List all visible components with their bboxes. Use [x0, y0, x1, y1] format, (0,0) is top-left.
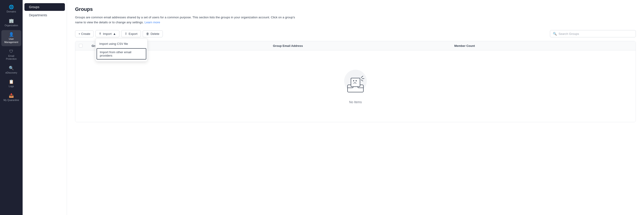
sidebar-item-logs[interactable]: 📋 Logs — [1, 77, 21, 90]
domains-icon: 🌐 — [9, 5, 14, 9]
sidebar-item-label: Organization — [4, 24, 18, 27]
main-content: Groups Groups are common email addresses… — [67, 0, 644, 215]
export-icon: ⇪ — [124, 32, 127, 36]
import-other-providers-item[interactable]: Import from other email providers — [96, 48, 146, 60]
sidebar-item-label: User Management — [3, 38, 20, 44]
sidebar-item-label: Email Protection — [3, 55, 20, 61]
import-dropdown-menu: Import using CSV file Import from other … — [96, 38, 148, 62]
page-title: Groups — [75, 6, 636, 12]
empty-state-text: No Items — [349, 100, 362, 104]
import-icon: ⇮ — [99, 32, 102, 36]
email-protection-icon: 🛡 — [9, 49, 13, 53]
table-header: Group N... Group Email Address Member Co… — [75, 41, 636, 51]
create-button[interactable]: + Create — [75, 30, 94, 37]
page-description: Groups are common email addresses shared… — [75, 15, 301, 25]
column-member-count: Member Count — [454, 44, 632, 48]
select-all-checkbox[interactable] — [79, 44, 82, 48]
learn-more-link[interactable]: Learn more — [144, 21, 160, 24]
organization-icon: 🏢 — [9, 19, 14, 23]
search-bar[interactable]: 🔍 — [550, 30, 636, 37]
sidebar-item-email-protection[interactable]: 🛡 Email Protection — [1, 47, 21, 63]
empty-state: No Items — [75, 51, 636, 122]
trash-icon: 🗑 — [146, 32, 149, 36]
svg-line-8 — [362, 79, 364, 79]
user-management-icon: 👤 — [9, 32, 14, 37]
sidebar-item-ediscovery[interactable]: 🔍 eDiscovery — [1, 64, 21, 77]
sidebar-item-organization[interactable]: 🏢 Organization — [1, 17, 21, 30]
empty-illustration — [341, 69, 370, 96]
search-icon: 🔍 — [553, 32, 557, 36]
my-quarantine-icon: 📥 — [9, 93, 14, 98]
svg-rect-2 — [351, 78, 360, 87]
sidebar: 🌐 Domains 🏢 Organization 👤 User Manageme… — [0, 0, 22, 215]
toolbar: + Create ⇮ Import ▲ Import using CSV fil… — [75, 30, 636, 37]
subnav: GroupsDepartments — [22, 0, 67, 215]
sidebar-item-my-quarantine[interactable]: 📥 My Quarantine — [1, 91, 21, 104]
subnav-item-departments[interactable]: Departments — [24, 11, 65, 19]
subnav-item-groups[interactable]: Groups — [24, 3, 65, 11]
sidebar-item-label: eDiscovery — [6, 71, 17, 74]
logs-icon: 📋 — [9, 80, 14, 84]
search-input[interactable] — [558, 32, 633, 36]
groups-table: Group N... Group Email Address Member Co… — [75, 41, 636, 122]
import-csv-item[interactable]: Import using CSV file — [96, 40, 147, 48]
delete-button[interactable]: 🗑 Delete — [143, 30, 163, 37]
column-email: Group Email Address — [273, 44, 451, 48]
ediscovery-icon: 🔍 — [9, 66, 14, 70]
sidebar-item-label: Logs — [9, 85, 14, 88]
sidebar-item-label: Domains — [6, 10, 16, 13]
import-dropdown-container: ⇮ Import ▲ Import using CSV file Import … — [96, 30, 120, 37]
sidebar-item-user-management[interactable]: 👤 User Management — [1, 30, 21, 46]
chevron-up-icon: ▲ — [113, 32, 116, 36]
import-button[interactable]: ⇮ Import ▲ — [96, 30, 120, 37]
sidebar-item-domains[interactable]: 🌐 Domains — [1, 3, 21, 16]
sidebar-item-label: My Quarantine — [4, 99, 19, 102]
export-button[interactable]: ⇪ Export — [121, 30, 141, 37]
